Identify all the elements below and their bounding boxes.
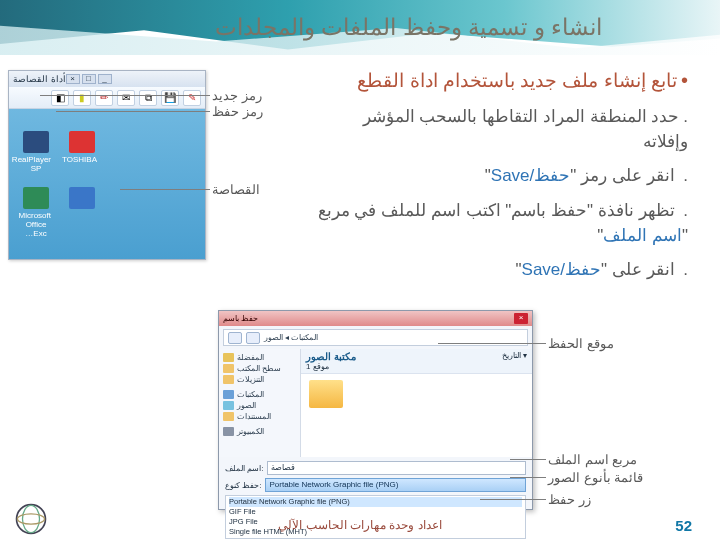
keyword-save-2: حفظ/Save <box>522 260 601 279</box>
sidebar-item[interactable]: المكتبات <box>223 389 296 400</box>
slide-title: انشاء و تسمية وحفظ الملفات والمجلدات <box>215 14 602 41</box>
close-icon[interactable]: × <box>66 74 80 84</box>
page-number: 52 <box>675 517 692 534</box>
snip-titlebar: أداة القصاصة _ □ × <box>9 71 205 87</box>
keyword-save: حفظ/Save <box>491 166 570 185</box>
keyword-filename: اسم الملف <box>603 226 682 245</box>
sidebar-item[interactable]: المفضلة <box>223 352 296 363</box>
folder-icon <box>223 364 234 373</box>
sidebar-item[interactable]: الكمبيوتر <box>223 426 296 437</box>
dlg-titlebar: حفظ باسم × <box>219 311 532 326</box>
forward-icon[interactable] <box>246 332 260 344</box>
minimize-icon[interactable]: _ <box>98 74 112 84</box>
leader-snip <box>120 189 210 190</box>
dlg-sidebar: المفضلة سطح المكتب التنزيلات المكتبات ال… <box>219 349 301 457</box>
bullet-2: انقر على رمز "حفظ/Save" <box>313 164 688 189</box>
leader-fname <box>510 459 546 460</box>
bullet-main: تابع إنشاء ملف جديد باستخدام اداة القطع <box>313 66 688 95</box>
back-icon[interactable] <box>228 332 242 344</box>
window-controls: _ □ × <box>66 74 112 84</box>
folder-icon <box>223 412 234 421</box>
folder-icon <box>223 375 234 384</box>
dlg-main: مكتبة الصور1 موقع التاريخ ▾ <box>301 349 532 457</box>
pc-icon <box>223 427 234 436</box>
snipping-tool-window: أداة القصاصة _ □ × ✎ 💾 ⧉ ✉ ✏ ▮ ◧ RealPla… <box>8 70 206 260</box>
folder-icon[interactable] <box>309 380 343 408</box>
leader-save <box>56 111 210 112</box>
crumb-path: المكتبات ◂ الصور <box>264 333 318 342</box>
leader-loc <box>438 343 546 344</box>
content-list: تابع إنشاء ملف جديد باستخدام اداة القطع … <box>313 66 688 293</box>
desktop-icon-4 <box>67 187 97 221</box>
save-as-dialog: حفظ باسم × المكتبات ◂ الصور المفضلة سطح … <box>218 310 533 510</box>
maximize-icon[interactable]: □ <box>82 74 96 84</box>
library-sub: 1 موقع <box>306 362 329 371</box>
leader-new <box>40 95 210 96</box>
snip-canvas: RealPlayer SP TOSHIBA Microsoft Office E… <box>9 109 205 259</box>
mail-button[interactable]: ✉ <box>117 90 135 106</box>
snip-toolbar: ✎ 💾 ⧉ ✉ ✏ ▮ ◧ <box>9 87 205 109</box>
eraser-button[interactable]: ◧ <box>51 90 69 106</box>
pictures-icon <box>223 401 234 410</box>
sidebar-item[interactable]: التنزيلات <box>223 374 296 385</box>
label-filename-box: مربع اسم الملف <box>548 452 637 467</box>
copy-button[interactable]: ⧉ <box>139 90 157 106</box>
sidebar-item[interactable]: الصور <box>223 400 296 411</box>
star-icon <box>223 353 234 362</box>
highlighter-button[interactable]: ▮ <box>73 90 91 106</box>
bullet-4-pre: انقر على " <box>601 260 674 279</box>
bullet-1: حدد المنطقة المراد التقاطها بالسحب المؤش… <box>313 105 688 154</box>
sidebar-item[interactable]: المستندات <box>223 411 296 422</box>
dlg-close-icon[interactable]: × <box>514 313 528 324</box>
desktop-icon-2: TOSHIBA <box>67 131 97 165</box>
snip-title-text: أداة القصاصة <box>13 74 66 84</box>
bullet-2-pre: انقر على رمز " <box>570 166 674 185</box>
desktop-icon-1: RealPlayer SP <box>21 131 51 165</box>
filename-field[interactable]: قصاصة <box>267 461 526 475</box>
pen-button[interactable]: ✏ <box>95 90 113 106</box>
label-save-location: موقع الحفظ <box>548 336 614 351</box>
label-save-icon: رمز حفظ <box>212 104 263 119</box>
dlg-main-header: مكتبة الصور1 موقع التاريخ ▾ <box>301 349 532 374</box>
dlg-title: حفظ باسم <box>223 314 258 323</box>
leader-savebtn <box>480 499 546 500</box>
save-snip-button[interactable]: 💾 <box>161 90 179 106</box>
library-title: مكتبة الصور <box>306 351 356 362</box>
filename-label: اسم الملف: <box>225 464 263 473</box>
bullet-3: تظهر نافذة "حفظ باسم" اكتب اسم للملف في … <box>313 199 688 248</box>
new-snip-button[interactable]: ✎ <box>183 90 201 106</box>
label-new-icon: رمز جديد <box>212 88 262 103</box>
footer-credit: اعداد وحدة مهارات الحاسب الآلي <box>0 514 720 536</box>
column-header[interactable]: التاريخ ▾ <box>502 351 527 371</box>
label-snip-area: القصاصة <box>212 182 260 197</box>
label-save-btn: زر حفظ <box>548 492 591 507</box>
type-combo[interactable]: Portable Network Graphic file (PNG) <box>265 478 526 492</box>
type-option[interactable]: Portable Network Graphic file (PNG) <box>229 497 522 507</box>
type-label: حفظ كنوع: <box>225 481 261 490</box>
bullet-4: انقر على "حفظ/Save" <box>313 258 688 283</box>
sidebar-item[interactable]: سطح المكتب <box>223 363 296 374</box>
leader-types <box>510 477 546 478</box>
label-types-list: قائمة بأنوع الصور <box>548 470 643 485</box>
desktop-icon-3: Microsoft Office Exc… <box>21 187 51 221</box>
library-icon <box>223 390 234 399</box>
